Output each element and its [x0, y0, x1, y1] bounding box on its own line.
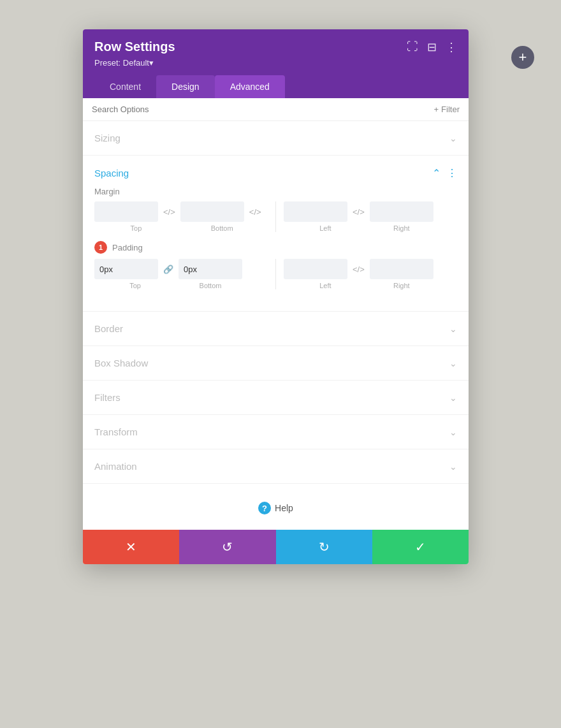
margin-bottom-label: Bottom: [211, 224, 233, 232]
spacing-icons: ⌃ ⋮: [432, 167, 457, 179]
redo-button[interactable]: ↻: [276, 530, 372, 564]
spacing-more-icon[interactable]: ⋮: [447, 167, 457, 179]
modal-title: Row Settings: [94, 40, 175, 54]
help-text[interactable]: Help: [275, 503, 293, 513]
save-button[interactable]: ✓: [372, 530, 469, 564]
margin-left-link-icon[interactable]: </>: [350, 207, 367, 217]
sizing-header[interactable]: Sizing ⌄: [83, 121, 469, 155]
spacing-section: Spacing ⌃ ⋮ Margin </>: [83, 156, 469, 312]
filters-title: Filters: [94, 392, 120, 403]
padding-top-input[interactable]: [94, 259, 158, 279]
animation-section: Animation ⌄: [83, 449, 469, 484]
box-shadow-chevron: ⌄: [449, 358, 457, 368]
filter-button[interactable]: + Filter: [434, 105, 460, 114]
padding-right-label: Right: [393, 282, 410, 289]
padding-label-row: 1 Padding: [94, 241, 457, 254]
transform-section: Transform ⌄: [83, 415, 469, 449]
padding-bottom-input[interactable]: [178, 259, 242, 279]
tab-content[interactable]: Content: [94, 75, 156, 98]
transform-header[interactable]: Transform ⌄: [83, 415, 469, 449]
box-shadow-section: Box Shadow ⌄: [83, 346, 469, 381]
fullscreen-icon[interactable]: ⛶: [407, 40, 418, 54]
filter-label: Filter: [441, 105, 460, 114]
filters-section: Filters ⌄: [83, 381, 469, 415]
add-button[interactable]: +: [511, 46, 534, 69]
columns-icon[interactable]: ⊟: [427, 40, 437, 54]
header-icons: ⛶ ⊟ ⋮: [407, 40, 457, 54]
margin-left-label: Left: [319, 224, 331, 232]
padding-left-link-icon[interactable]: </>: [350, 265, 367, 274]
search-bar: + Filter: [83, 98, 469, 121]
spacing-collapse-icon[interactable]: ⌃: [432, 167, 441, 179]
margin-top-link-icon[interactable]: </>: [161, 207, 178, 217]
margin-divider: [275, 201, 276, 232]
sizing-title: Sizing: [94, 133, 120, 143]
sizing-chevron: ⌄: [449, 133, 457, 143]
filters-header[interactable]: Filters ⌄: [83, 381, 469, 414]
border-chevron: ⌄: [449, 324, 457, 334]
animation-header[interactable]: Animation ⌄: [83, 449, 469, 483]
redo-icon: ↻: [319, 539, 330, 555]
tabs-bar: Content Design Advanced: [94, 75, 457, 98]
border-header[interactable]: Border ⌄: [83, 312, 469, 346]
modal-header: Row Settings ⛶ ⊟ ⋮ Preset: Default▾ Cont…: [83, 29, 469, 98]
modal-body: Sizing ⌄ Spacing ⌃ ⋮ Margin: [83, 121, 469, 530]
reset-icon: ↺: [222, 539, 233, 555]
row-settings-modal: Row Settings ⛶ ⊟ ⋮ Preset: Default▾ Cont…: [83, 29, 469, 564]
padding-top-label: Top: [129, 282, 141, 289]
preset-label[interactable]: Preset: Default▾: [94, 58, 457, 68]
tab-design[interactable]: Design: [156, 75, 215, 98]
margin-bottom-link-icon[interactable]: </>: [247, 207, 264, 217]
save-icon: ✓: [415, 539, 426, 555]
padding-left-label: Left: [319, 282, 331, 289]
padding-link-icon[interactable]: 🔗: [161, 265, 176, 274]
margin-label: Margin: [94, 187, 457, 196]
cancel-icon: ✕: [126, 539, 136, 555]
cancel-button[interactable]: ✕: [83, 530, 179, 564]
padding-badge: 1: [94, 241, 107, 254]
animation-title: Animation: [94, 461, 137, 472]
padding-divider: [275, 259, 276, 289]
reset-button[interactable]: ↺: [179, 530, 275, 564]
sizing-section: Sizing ⌄: [83, 121, 469, 156]
spacing-title: Spacing: [94, 168, 129, 178]
search-input[interactable]: [92, 105, 434, 114]
more-options-icon[interactable]: ⋮: [446, 40, 457, 54]
margin-right-input[interactable]: [370, 201, 433, 222]
padding-bottom-label: Bottom: [200, 282, 222, 289]
margin-top-label: Top: [131, 224, 142, 232]
margin-bottom-input[interactable]: [180, 201, 244, 222]
margin-left-input[interactable]: [284, 201, 347, 222]
animation-chevron: ⌄: [449, 462, 457, 472]
transform-title: Transform: [94, 426, 138, 437]
help-row: ? Help: [83, 484, 469, 530]
modal-footer: ✕ ↺ ↻ ✓: [83, 530, 469, 564]
padding-fields-row: 🔗 Top Bottom: [94, 259, 457, 289]
border-section: Border ⌄: [83, 312, 469, 346]
margin-right-label: Right: [393, 224, 410, 232]
filters-chevron: ⌄: [449, 393, 457, 403]
filter-plus-icon: +: [434, 105, 439, 114]
transform-chevron: ⌄: [449, 427, 457, 437]
border-title: Border: [94, 323, 123, 334]
box-shadow-title: Box Shadow: [94, 358, 148, 368]
box-shadow-header[interactable]: Box Shadow ⌄: [83, 346, 469, 380]
padding-label: Padding: [112, 243, 143, 252]
tab-advanced[interactable]: Advanced: [215, 75, 285, 98]
help-icon: ?: [258, 502, 271, 514]
margin-fields-row: </> Top </> Bottom: [94, 201, 457, 232]
plus-icon: +: [519, 49, 527, 66]
padding-left-input[interactable]: [284, 259, 347, 279]
margin-top-input[interactable]: [94, 201, 158, 222]
padding-right-input[interactable]: [370, 259, 433, 279]
